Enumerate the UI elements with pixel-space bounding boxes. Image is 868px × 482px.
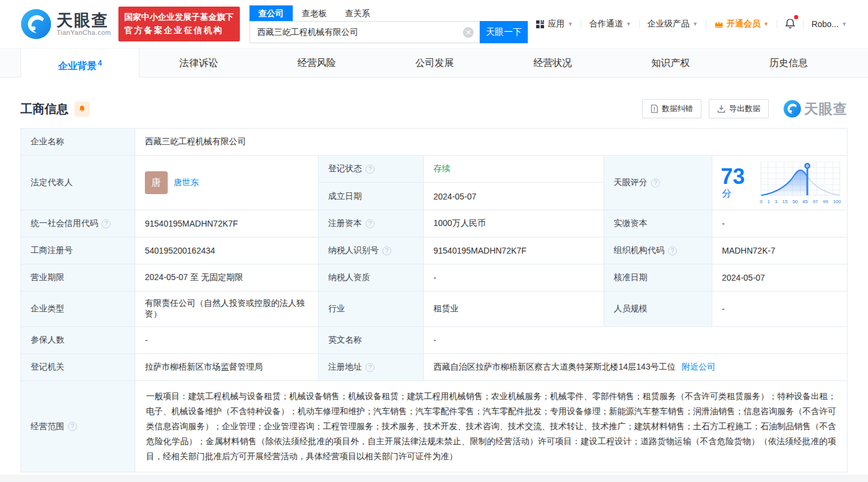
paid-capital-value: - — [712, 210, 847, 237]
nav-apps[interactable]: 应用 ▼ — [528, 19, 581, 29]
help-icon[interactable]: ? — [382, 246, 391, 255]
tianyancha-logo-icon — [20, 8, 52, 40]
help-icon[interactable]: ? — [365, 219, 374, 228]
nav-cooperation[interactable]: 合作通道 ▼ — [581, 19, 639, 29]
nearby-companies-link[interactable]: 附近公司 — [682, 362, 715, 373]
reg-status-label-text: 登记状态 — [328, 163, 362, 174]
tianyancha-logo-icon — [783, 100, 801, 118]
search-input[interactable] — [249, 21, 480, 43]
data-correction-button[interactable]: 数据纠错 — [642, 99, 701, 118]
search-tab-company[interactable]: 查公司 — [249, 5, 293, 21]
tianyancha-watermark: 天眼查 — [783, 100, 848, 118]
status-date-subgrid: 登记状态 ? 存续 成立日期 2024-05-07 — [319, 156, 604, 210]
address-label: 注册地址? — [319, 354, 424, 380]
approval-date-value: 2024-05-07 — [712, 264, 847, 291]
insured-count-label: 参保人数 — [21, 327, 135, 353]
nav-vip-label: 开通会员 — [727, 19, 760, 29]
help-icon[interactable]: ? — [651, 178, 660, 188]
tab-background[interactable]: 企业背景4 — [20, 49, 139, 78]
crown-icon — [714, 20, 724, 28]
user-menu[interactable]: Robo... ▼ — [804, 19, 855, 29]
gov-certification-badge: 国家中小企业发展子基金旗下 官方备案企业征信机构 — [118, 7, 240, 41]
nav-cooperation-label: 合作通道 — [589, 19, 623, 29]
search-tabs: 查公司 查老板 查关系 — [249, 5, 528, 21]
clear-search-icon[interactable]: ✕ — [463, 27, 474, 38]
help-icon[interactable]: ? — [365, 165, 374, 174]
staff-size-label: 人员规模 — [604, 291, 712, 326]
nav-apps-label: 应用 — [548, 19, 564, 29]
score-value[interactable]: 73分 — [712, 156, 847, 210]
search-button[interactable]: 天眼一下 — [480, 21, 528, 43]
tianyancha-logo[interactable]: 天眼查 TianYanCha.com — [20, 8, 111, 40]
nav-vip-membership[interactable]: 开通会员 ▼ — [706, 19, 777, 29]
document-icon — [650, 105, 658, 113]
insured-count-value: - — [135, 327, 319, 353]
export-data-label: 导出数据 — [729, 103, 760, 114]
chevron-down-icon: ▼ — [567, 21, 573, 27]
address-value: 西藏自治区拉萨市柳梧新区察古大道奥特莱斯北楼14层143号工位 附近公司 — [424, 354, 847, 380]
help-icon[interactable]: ? — [68, 422, 77, 431]
help-icon[interactable]: ? — [668, 246, 677, 255]
tab-background-label: 企业背景 — [58, 61, 97, 71]
table-row: 登记机关 拉萨市柳梧新区市场监督管理局 注册地址? 西藏自治区拉萨市柳梧新区察古… — [21, 354, 847, 381]
establish-date-label: 成立日期 — [319, 183, 424, 210]
tab-history[interactable]: 历史信息 — [730, 49, 848, 77]
badge-line2: 官方备案企业征信机构 — [124, 24, 234, 37]
nav-enterprise-label: 企业级产品 — [647, 19, 689, 29]
subscribe-bell-button[interactable] — [75, 102, 90, 117]
export-data-button[interactable]: 导出数据 — [709, 99, 769, 118]
credit-code-label: 统一社会信用代码? — [21, 210, 135, 237]
badge-line1: 国家中小企业发展子基金旗下 — [124, 11, 234, 24]
legal-rep-value: 唐 唐世东 — [135, 156, 319, 210]
industry-value: 租赁业 — [424, 291, 604, 326]
tab-risk[interactable]: 经营风险 — [258, 49, 376, 77]
apps-grid-icon — [536, 20, 545, 29]
tab-ip[interactable]: 知识产权 — [611, 49, 729, 77]
tab-operating[interactable]: 经营状况 — [494, 49, 611, 77]
top-nav: 应用 ▼ 合作通道 ▼ 企业级产品 ▼ 开通会员 ▼ — [528, 17, 855, 31]
legal-rep-link[interactable]: 唐世东 — [174, 177, 199, 188]
business-info-table: 企业名称 西藏三屹工程机械有限公司 法定代表人 唐 唐世东 登记状态 ? 存续 … — [20, 128, 848, 472]
watermark-text: 天眼查 — [804, 100, 848, 118]
industry-label: 行业 — [319, 291, 424, 326]
taxpayer-quality-label: 纳税人资质 — [319, 264, 424, 291]
chevron-down-icon: ▼ — [626, 21, 631, 27]
user-name: Robo... — [811, 19, 839, 29]
taxpayer-id-label: 纳税人识别号? — [319, 237, 424, 264]
reg-capital-label: 注册资本? — [319, 210, 424, 237]
chevron-down-icon: ▼ — [763, 21, 769, 27]
tab-lawsuit[interactable]: 法律诉讼 — [139, 49, 257, 77]
notifications-button[interactable] — [777, 17, 803, 31]
tianyancha-page: 天眼查 TianYanCha.com 国家中小企业发展子基金旗下 官方备案企业征… — [0, 0, 868, 482]
paid-capital-label: 实缴资本 — [604, 210, 712, 237]
company-type-label: 企业类型 — [21, 291, 135, 326]
search-tab-relation[interactable]: 查关系 — [336, 5, 379, 21]
legal-rep-avatar[interactable]: 唐 — [145, 171, 168, 194]
reg-number-value: 540195200162434 — [135, 237, 319, 264]
company-section-tabs: 企业背景4 法律诉讼 经营风险 公司发展 经营状况 知识产权 历史信息 — [0, 48, 868, 78]
nav-enterprise-products[interactable]: 企业级产品 ▼ — [640, 19, 706, 29]
help-icon[interactable]: ? — [102, 219, 111, 228]
section-actions: 数据纠错 导出数据 — [642, 99, 848, 118]
reg-number-label: 工商注册号 — [21, 237, 135, 264]
score-label-text: 天眼评分 — [614, 177, 647, 188]
tab-development[interactable]: 公司发展 — [376, 49, 494, 77]
legal-rep-label: 法定代表人 — [21, 156, 135, 210]
taxpayer-id-value: 91540195MADHN72K7F — [424, 237, 604, 264]
search-area: 查公司 查老板 查关系 ✕ 天眼一下 — [249, 5, 528, 43]
business-term-label: 营业期限 — [21, 264, 135, 291]
top-header: 天眼查 TianYanCha.com 国家中小企业发展子基金旗下 官方备案企业征… — [0, 0, 868, 48]
taxpayer-quality-value: - — [424, 264, 604, 291]
score-chart-ticks: 0131550859799100 — [760, 199, 841, 204]
table-row: 工商注册号 540195200162434 纳税人识别号? 91540195MA… — [21, 237, 847, 264]
download-icon — [717, 105, 726, 113]
data-correction-label: 数据纠错 — [662, 103, 693, 114]
bell-icon — [784, 17, 796, 29]
bell-icon — [78, 105, 86, 113]
table-row: 参保人数 - 英文名称 - — [21, 327, 847, 354]
logo-domain: TianYanCha.com — [57, 29, 111, 36]
search-tab-boss[interactable]: 查老板 — [293, 5, 336, 21]
score-unit: 分 — [722, 188, 732, 198]
help-icon[interactable]: ? — [365, 363, 374, 372]
table-row: 企业类型 有限责任公司（自然人投资或控股的法人独资） 行业 租赁业 人员规模 - — [21, 291, 847, 327]
